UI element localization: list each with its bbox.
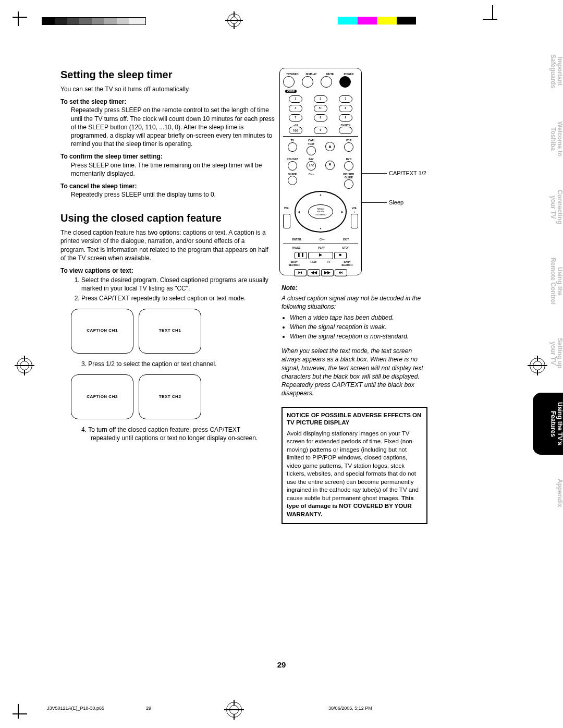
cc-step-2: Press CAP/TEXT repeatedly to select capt… — [81, 294, 269, 302]
tab-safeguards: ImportantSafeguards — [533, 45, 563, 98]
body-confirm-sleep-timer: Press SLEEP one time. The time remaining… — [71, 161, 279, 178]
sub-confirm-sleep-timer: To confirm the sleep timer setting: — [60, 152, 425, 161]
cc-step-4: 4. To turn off the closed caption featur… — [81, 426, 269, 442]
cc-step-1: Select the desired program. Closed capti… — [81, 276, 269, 293]
crop-mark-tr — [478, 5, 498, 20]
crop-mark-bl — [13, 699, 32, 719]
screens-row-1: CAPTION CH1 TEXT CH1 — [71, 309, 269, 354]
cc-step-3: 3. Press 1/2 to select the caption or te… — [81, 360, 269, 368]
footer-page: 29 — [146, 705, 151, 711]
note-list: When a video tape has been dubbed. When … — [290, 313, 427, 341]
body-set-sleep-timer: Repeatedly press SLEEP on the remote con… — [71, 106, 279, 148]
tab-features: Using the TV'sFeatures — [533, 393, 563, 455]
note-paragraph: When you select the text mode, the text … — [282, 347, 427, 397]
sub-view-captions: To view captions or text: — [60, 266, 269, 275]
screen-text-ch1: TEXT CH1 — [139, 309, 201, 354]
warning-body: Avoid displaying stationary images on yo… — [287, 430, 422, 519]
tab-connecting: Connectingyour TV — [533, 180, 563, 234]
screen-caption-ch2: CAPTION CH2 — [71, 374, 133, 419]
right-column: Note: A closed caption signal may not be… — [282, 256, 427, 524]
registration-mark-left — [15, 356, 34, 375]
footer-date: 30/06/2005, 5:12 PM — [328, 705, 372, 711]
footer-file: J3V50121A(E)_P18-30.p65 — [47, 705, 104, 711]
body-cancel-sleep-timer: Repeatedly press SLEEP until the display… — [71, 190, 279, 199]
tab-appendix: Appendix — [533, 469, 563, 517]
screens-row-2: CAPTION CH2 TEXT CH2 — [71, 374, 269, 419]
heading-sleep-timer: Setting the sleep timer — [60, 68, 425, 82]
tab-setting-up: Setting upyour TV — [533, 329, 563, 378]
heading-closed-caption: Using the closed caption feature — [60, 211, 269, 225]
section-closed-caption: Using the closed caption feature The clo… — [60, 211, 269, 442]
callout-line-captext — [362, 173, 387, 174]
note-intro: A closed caption signal may not be decod… — [282, 294, 427, 311]
note-item-3: When the signal reception is non-standar… — [290, 332, 427, 341]
note-item-1: When a video tape has been dubbed. — [290, 313, 427, 322]
side-tabs: ImportantSafeguards Welcome toToshiba Co… — [523, 45, 563, 517]
callout-sleep: Sleep — [389, 199, 403, 207]
screen-text-ch2: TEXT CH2 — [139, 374, 201, 419]
grayscale-bar — [42, 17, 146, 25]
cmyk-color-bar — [338, 17, 416, 25]
note-item-2: When the signal reception is weak. — [290, 323, 427, 331]
screen-caption-ch1: CAPTION CH1 — [71, 309, 133, 354]
lead-closed-caption: The closed caption feature has two optio… — [60, 228, 269, 262]
remote-illustration: TV/VIDEO DISPLAY MUTE POWER CODE 123 45○… — [279, 68, 362, 275]
warranty-warning-box: NOTICE OF POSSIBLE ADVERSE EFFECTS ON TV… — [282, 407, 427, 524]
registration-mark-top — [224, 10, 244, 30]
sub-set-sleep-timer: To set the sleep timer: — [60, 98, 425, 106]
warning-title: NOTICE OF POSSIBLE ADVERSE EFFECTS ON TV… — [287, 412, 422, 427]
tab-welcome: Welcome toToshiba — [533, 112, 563, 166]
tab-remote: Using theRemote Control — [533, 248, 563, 314]
note-heading: Note: — [282, 284, 427, 292]
callout-line-sleep — [362, 202, 387, 203]
page-number: 29 — [0, 660, 563, 670]
lead-sleep-timer: You can set the TV so it turns off autom… — [60, 85, 269, 93]
sub-cancel-sleep-timer: To cancel the sleep timer: — [60, 182, 425, 190]
callout-captext: CAP/TEXT 1/2 — [389, 169, 426, 177]
footer-meta: J3V50121A(E)_P18-30.p65 29 30/06/2005, 5… — [47, 705, 464, 711]
crop-mark-tl — [13, 11, 33, 26]
